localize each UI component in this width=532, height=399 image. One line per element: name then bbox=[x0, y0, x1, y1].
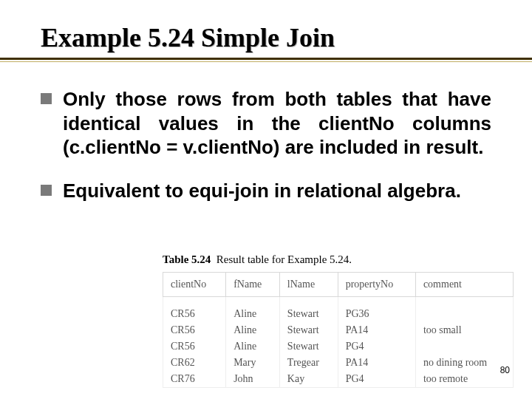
cell: Aline bbox=[226, 306, 280, 322]
table-row: CR62 Mary Tregear PA14 no dining room bbox=[163, 355, 514, 371]
table-row bbox=[163, 297, 514, 307]
cell: Stewart bbox=[279, 322, 338, 338]
cell bbox=[415, 338, 513, 355]
slide-title: Example 5.24 Simple Join bbox=[41, 22, 491, 53]
col-header: fName bbox=[226, 273, 280, 297]
cell: PG4 bbox=[338, 338, 415, 355]
bullet-square-icon bbox=[41, 185, 52, 196]
table-caption: Table 5.24 Result table for Example 5.24… bbox=[163, 253, 514, 272]
cell: Aline bbox=[226, 322, 280, 338]
bullet-item: Equivalent to equi-join in relational al… bbox=[41, 179, 491, 203]
table-row: CR56 Aline Stewart PG36 bbox=[163, 306, 514, 322]
table-row: CR56 Aline Stewart PA14 too small bbox=[163, 322, 514, 338]
cell: CR56 bbox=[163, 338, 226, 355]
bullet-item: Only those rows from both tables that ha… bbox=[41, 87, 491, 160]
table-caption-text: Result table for Example 5.24. bbox=[216, 253, 352, 265]
page-number: 80 bbox=[500, 365, 510, 375]
col-header: propertyNo bbox=[338, 273, 415, 297]
cell bbox=[415, 306, 513, 322]
bullet-text: Only those rows from both tables that ha… bbox=[63, 88, 491, 158]
col-header: lName bbox=[279, 273, 338, 297]
cell: CR76 bbox=[163, 371, 226, 388]
result-table-figure: Table 5.24 Result table for Example 5.24… bbox=[163, 253, 514, 388]
result-table: clientNo fName lName propertyNo comment … bbox=[163, 272, 514, 388]
cell: PA14 bbox=[338, 322, 415, 338]
title-rule bbox=[41, 58, 491, 62]
cell: Kay bbox=[279, 371, 338, 388]
cell: CR56 bbox=[163, 306, 226, 322]
cell: Tregear bbox=[279, 355, 338, 371]
cell: no dining room bbox=[415, 355, 513, 371]
bullet-text: Equivalent to equi-join in relational al… bbox=[63, 180, 461, 202]
bullet-square-icon bbox=[41, 93, 52, 104]
table-header-row: clientNo fName lName propertyNo comment bbox=[163, 273, 514, 297]
col-header: clientNo bbox=[163, 273, 226, 297]
cell: Aline bbox=[226, 338, 280, 355]
cell: Stewart bbox=[279, 306, 338, 322]
table-caption-label: Table 5.24 bbox=[163, 253, 211, 265]
cell: too small bbox=[415, 322, 513, 338]
cell: Mary bbox=[226, 355, 280, 371]
table-row: CR76 John Kay PG4 too remote bbox=[163, 371, 514, 388]
cell: PA14 bbox=[338, 355, 415, 371]
cell: PG36 bbox=[338, 306, 415, 322]
table-row: CR56 Aline Stewart PG4 bbox=[163, 338, 514, 355]
bullet-list: Only those rows from both tables that ha… bbox=[41, 87, 491, 202]
cell: CR62 bbox=[163, 355, 226, 371]
cell: PG4 bbox=[338, 371, 415, 388]
cell: Stewart bbox=[279, 338, 338, 355]
cell: John bbox=[226, 371, 280, 388]
col-header: comment bbox=[415, 273, 513, 297]
cell: CR56 bbox=[163, 322, 226, 338]
cell: too remote bbox=[415, 371, 513, 388]
slide: Example 5.24 Simple Join Only those rows… bbox=[0, 0, 532, 399]
